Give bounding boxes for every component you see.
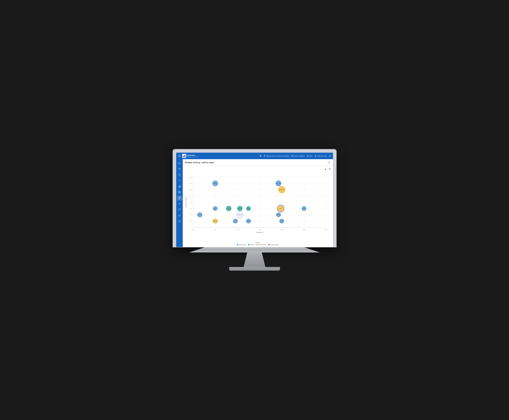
- sidebar-item-home[interactable]: [177, 161, 182, 166]
- svg-point-30: [179, 221, 180, 221]
- svg-point-11: [180, 168, 180, 169]
- svg-text:100: 100: [281, 229, 283, 230]
- sidebar-item-barchart[interactable]: [177, 184, 182, 189]
- svg-text:Risk Manage...: Risk Manage...: [279, 189, 285, 190]
- logo-area: bizztracker Powering your portfolio: [182, 154, 198, 158]
- monitor-screen: ☰ bizztracker Power: [173, 149, 336, 247]
- svg-text:Tixstrap ag...: Tixstrap ag...: [302, 208, 306, 209]
- svg-point-3: [260, 155, 261, 156]
- sidebar-item-briefcase[interactable]: [177, 172, 182, 177]
- legend-item-west-europe: West-Europe: [237, 244, 246, 245]
- sidebar-item-info[interactable]: [177, 219, 182, 224]
- topbar-left: ☰ bizztracker Power: [178, 154, 198, 158]
- hamburger-icon[interactable]: ☰: [178, 154, 181, 157]
- community-btn[interactable]: Beyond Demo Community Manager: [264, 155, 289, 157]
- user-label: Joke Veenman: [317, 155, 327, 157]
- svg-rect-17: [179, 186, 180, 187]
- home-icon: [178, 162, 181, 165]
- info-icon: [178, 220, 181, 223]
- download-icon: [324, 168, 327, 170]
- community-icon: [264, 155, 265, 157]
- svg-text:Digital Innov...: Digital Innov...: [276, 183, 281, 184]
- user-icon: [315, 155, 316, 157]
- expand-icon: [328, 161, 330, 164]
- svg-text:20: 20: [192, 229, 194, 230]
- svg-text:35: 35: [190, 183, 191, 184]
- legend-dot-global: [248, 244, 249, 245]
- help-icon: ?: [307, 155, 309, 157]
- user-btn[interactable]: Joke Veenman: [315, 155, 327, 157]
- svg-rect-22: [180, 192, 180, 193]
- sidebar-item-chart-active[interactable]: [177, 195, 182, 201]
- sidebar-item-grid[interactable]: [177, 190, 182, 195]
- feedback-icon: [292, 155, 293, 157]
- svg-line-32: [330, 169, 331, 170]
- svg-point-5: [264, 155, 265, 156]
- svg-text:Development: Development: [246, 221, 252, 222]
- svg-rect-21: [178, 192, 179, 193]
- search-topbar-btn[interactable]: [260, 155, 262, 157]
- legend-item-global: Global: [248, 244, 254, 245]
- svg-text:80: 80: [259, 229, 260, 230]
- svg-text:30: 30: [190, 189, 191, 190]
- svg-text:60: 60: [237, 229, 238, 230]
- logout-icon: [329, 155, 331, 157]
- monitor: ☰ bizztracker Power: [173, 149, 336, 271]
- svg-point-10: [179, 168, 180, 169]
- topbar-right: Beyond Demo Community Manager Share Feed…: [260, 155, 331, 157]
- logout-btn[interactable]: [329, 155, 331, 157]
- svg-text:GlobalPortfol...: GlobalPortfol...: [237, 208, 242, 209]
- svg-text:Launch of iOS...: Launch of iOS...: [232, 221, 238, 222]
- chat-icon: [178, 208, 181, 211]
- screen-inner: ☰ bizztracker Power: [176, 153, 333, 247]
- bar-chart-icon: [178, 185, 181, 188]
- help-btn[interactable]: ? Help: [307, 155, 312, 157]
- svg-rect-20: [180, 191, 180, 192]
- sidebar-item-bell[interactable]: [177, 213, 182, 218]
- svg-text:Project 101: Project 101: [237, 214, 242, 215]
- chart-container: .axis-label { font-family: Arial, sans-s…: [183, 166, 333, 247]
- svg-text:20: 20: [190, 202, 191, 203]
- main-layout: Strategic Scoring – split by region: [176, 159, 333, 247]
- search-chart-icon: [329, 168, 331, 170]
- svg-text:CMR...: CMR...: [214, 208, 217, 209]
- svg-rect-2: [185, 155, 186, 157]
- legend-dot-west-europe: [237, 244, 238, 245]
- svg-rect-19: [178, 191, 179, 192]
- svg-text:Service Ticke...: Service Ticke...: [279, 221, 284, 222]
- svg-text:120: 120: [303, 229, 305, 230]
- sidebar-item-chat[interactable]: [177, 207, 182, 212]
- header-actions: [327, 161, 331, 164]
- svg-text:140: 140: [325, 229, 327, 230]
- content-area: Strategic Scoring – split by region: [183, 159, 333, 247]
- svg-text:Implementa...: Implementa...: [246, 208, 251, 209]
- feedback-btn[interactable]: Share Feedback: [292, 155, 305, 157]
- svg-rect-6: [292, 155, 293, 156]
- page-title: Strategic Scoring – split by region: [185, 162, 214, 164]
- briefcase-icon: [178, 173, 181, 176]
- logo-text: bizztracker Powering your portfolio: [187, 155, 198, 157]
- sidebar-item-filter[interactable]: [177, 178, 182, 183]
- legend-item-central-europe: Central-Europe: [268, 244, 279, 245]
- app: ☰ bizztracker Power: [176, 153, 333, 247]
- svg-text:Retailer digital...: Retailer digital...: [212, 221, 218, 222]
- legend-label-eastern-europe: Eastern-Europe: [257, 244, 266, 245]
- download-btn[interactable]: [324, 167, 327, 171]
- svg-line-4: [261, 156, 261, 157]
- svg-text:40: 40: [215, 229, 216, 230]
- svg-text:Semi impleme...: Semi impleme...: [197, 214, 203, 215]
- monitor-base: [173, 247, 336, 253]
- sidebar-item-arrows[interactable]: [177, 201, 182, 206]
- svg-rect-0: [183, 156, 183, 157]
- expand-btn[interactable]: [327, 161, 331, 164]
- legend-dot-eastern-europe: [255, 244, 257, 245]
- sidebar-item-people[interactable]: [177, 166, 182, 172]
- community-label: Beyond Demo Community Manager: [266, 155, 289, 157]
- search-icon: [260, 155, 262, 157]
- svg-text:360 Performa...: 360 Performa...: [226, 208, 232, 209]
- legend-label-west-europe: West-Europe: [239, 244, 246, 245]
- svg-text:10: 10: [190, 214, 191, 216]
- legend-label-global: Global: [250, 244, 254, 245]
- search-chart-btn[interactable]: [328, 167, 331, 171]
- svg-text:Business impact: Business impact: [185, 197, 187, 207]
